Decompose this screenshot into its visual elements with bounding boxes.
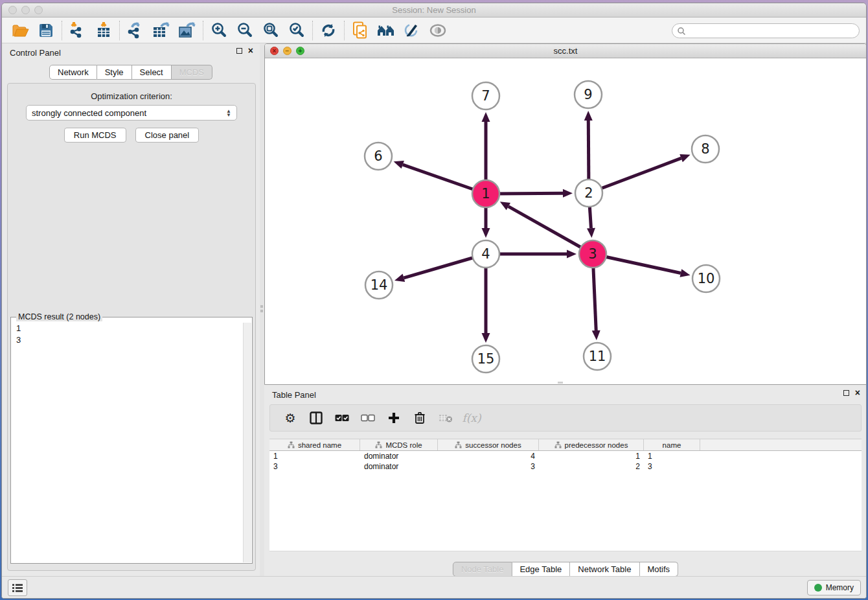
- column-header-predecessor-nodes[interactable]: predecessor nodes: [539, 439, 644, 450]
- main-toolbar: [2, 17, 866, 43]
- memory-status-icon: [814, 584, 822, 592]
- import-network-icon[interactable]: [65, 19, 91, 41]
- delete-column-icon[interactable]: [411, 410, 428, 426]
- tab-network-table[interactable]: Network Table: [570, 562, 639, 577]
- close-panel-icon[interactable]: ×: [248, 48, 253, 54]
- column-header-name[interactable]: name: [644, 439, 700, 450]
- tab-mcds[interactable]: MCDS: [172, 65, 212, 80]
- column-type-icon: [288, 441, 295, 448]
- tab-node-table[interactable]: Node Table: [453, 562, 512, 577]
- table-toolbar: ⚙ f(x): [269, 404, 862, 432]
- application-window: Session: New Session: [1, 3, 867, 599]
- close-panel-button[interactable]: Close panel: [135, 128, 200, 143]
- column-header-label: MCDS role: [385, 441, 422, 449]
- table-row[interactable]: 3dominator323: [269, 461, 862, 472]
- criterion-value: strongly connected component: [32, 108, 146, 118]
- tab-style[interactable]: Style: [97, 65, 132, 80]
- cell-name: 3: [644, 461, 700, 472]
- table-settings-icon[interactable]: ⚙: [282, 410, 299, 426]
- delete-table-icon[interactable]: [437, 410, 454, 426]
- first-neighbors-icon[interactable]: [373, 19, 399, 41]
- result-scrollbar[interactable]: [243, 323, 251, 562]
- zoom-fit-icon[interactable]: [258, 19, 284, 41]
- cell-predecessor-nodes: 1: [539, 451, 644, 461]
- maximize-window-icon[interactable]: [34, 6, 43, 14]
- cell-successor-nodes: 4: [438, 451, 539, 461]
- graph-node-label: 4: [481, 246, 490, 262]
- title-bar: Session: New Session: [2, 3, 866, 17]
- table-panel-title: Table Panel: [272, 390, 316, 400]
- zoom-selected-icon[interactable]: [284, 19, 310, 41]
- export-network-icon[interactable]: [122, 19, 148, 41]
- list-icon: [12, 584, 23, 592]
- tab-network[interactable]: Network: [49, 65, 97, 80]
- zoom-in-icon[interactable]: [206, 19, 232, 41]
- open-session-icon[interactable]: [7, 19, 33, 41]
- cell-successor-nodes: 3: [438, 461, 539, 472]
- memory-button[interactable]: Memory: [807, 580, 861, 595]
- status-bar: Memory: [2, 576, 866, 598]
- search-box: [672, 23, 860, 38]
- run-mcds-button[interactable]: Run MCDS: [64, 128, 126, 143]
- column-header-MCDS-role[interactable]: MCDS role: [360, 439, 438, 450]
- minimize-window-icon[interactable]: [21, 6, 30, 14]
- search-input[interactable]: [686, 25, 859, 37]
- cell-MCDS-role: dominator: [360, 461, 438, 472]
- graph-node-label: 11: [589, 349, 606, 364]
- graph-node-label: 1: [481, 186, 490, 202]
- toolbar-separator: [119, 21, 120, 40]
- toolbar-separator: [344, 21, 345, 40]
- tab-edge-table[interactable]: Edge Table: [512, 562, 570, 577]
- export-image-icon[interactable]: [174, 19, 200, 41]
- network-canvas[interactable]: 7968124314101511: [265, 58, 866, 384]
- mcds-panel: Optimization criterion: strongly connect…: [7, 83, 256, 571]
- splitter-grip: [260, 305, 263, 308]
- zoom-out-icon[interactable]: [232, 19, 258, 41]
- tab-motifs[interactable]: Motifs: [639, 562, 678, 577]
- import-table-icon[interactable]: [91, 19, 117, 41]
- add-column-icon[interactable]: [385, 410, 402, 426]
- panel-splitter[interactable]: [260, 44, 264, 576]
- cell-predecessor-nodes: 2: [539, 461, 644, 472]
- graph-edge-arrowhead: [587, 228, 595, 238]
- show-graphics-details-icon[interactable]: [399, 19, 425, 41]
- task-history-button[interactable]: [8, 579, 27, 596]
- network-view-window: × − + scc.txt 7968124314101511: [264, 43, 867, 385]
- apply-layout-icon[interactable]: [315, 19, 341, 41]
- network-minimize-icon[interactable]: −: [283, 47, 291, 55]
- close-table-panel-icon[interactable]: ×: [855, 390, 860, 396]
- save-session-icon[interactable]: [33, 19, 59, 41]
- hide-graphics-details-icon[interactable]: [425, 19, 451, 41]
- column-type-icon: [455, 441, 462, 448]
- select-all-icon[interactable]: [334, 410, 350, 426]
- graph-edge-arrowhead: [584, 111, 593, 121]
- close-window-icon[interactable]: [8, 6, 17, 14]
- column-header-successor-nodes[interactable]: successor nodes: [438, 439, 539, 450]
- graph-edge-2-8[interactable]: [589, 158, 681, 193]
- network-maximize-icon[interactable]: +: [296, 47, 304, 55]
- export-table-icon[interactable]: [148, 19, 174, 41]
- criterion-select[interactable]: strongly connected component ▲▼: [26, 105, 237, 121]
- tab-select[interactable]: Select: [132, 65, 172, 80]
- split-view-icon[interactable]: [308, 410, 325, 426]
- float-table-panel-icon[interactable]: [843, 390, 849, 396]
- graph-edge-3-1[interactable]: [508, 207, 593, 254]
- network-window-title: scc.txt: [265, 44, 866, 58]
- network-canvas-svg: 7968124314101511: [265, 58, 866, 384]
- control-panel-header: Control Panel ×: [2, 44, 260, 61]
- table-row[interactable]: 1dominator411: [269, 451, 862, 461]
- cell-MCDS-role: dominator: [360, 451, 438, 461]
- network-window-titlebar: × − + scc.txt: [265, 44, 866, 58]
- function-builder-icon[interactable]: f(x): [463, 410, 480, 426]
- column-header-shared-name[interactable]: shared name: [269, 439, 360, 450]
- graph-edge-arrowhead: [680, 154, 690, 162]
- search-icon: [677, 27, 686, 36]
- cell-shared-name: 3: [269, 461, 360, 472]
- graph-edge-arrowhead: [680, 269, 691, 277]
- canvas-grip: [558, 382, 563, 384]
- network-from-selection-icon[interactable]: [347, 19, 373, 41]
- deselect-all-icon[interactable]: [360, 410, 376, 426]
- table-body: 1dominator4113dominator323: [269, 451, 862, 551]
- network-close-icon[interactable]: ×: [270, 47, 279, 55]
- float-panel-icon[interactable]: [236, 48, 242, 54]
